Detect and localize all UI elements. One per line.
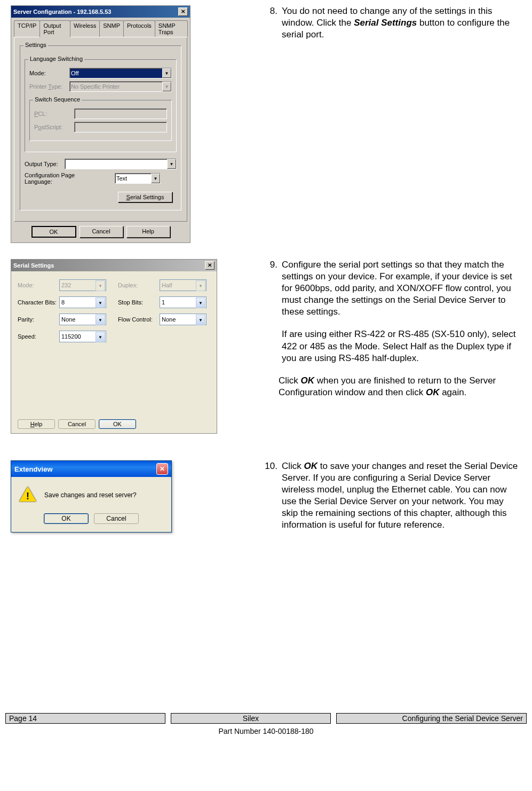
duplex-dropdown: Half ▼ [160,279,207,291]
step-number: 9. [263,259,282,318]
ok-button[interactable]: OK [31,226,76,238]
output-type-dropdown[interactable]: ▼ [65,159,177,169]
flow-control-label: Flow Control: [118,316,160,323]
dialog-message: Save changes and reset server? [44,491,137,499]
step-number: 10. [263,460,282,531]
tab-wireless[interactable]: Wireless [70,20,100,37]
chevron-down-icon[interactable]: ▼ [96,332,105,342]
chevron-down-icon[interactable]: ▼ [196,297,205,308]
step-text: Click OK to save your changes and reset … [282,460,521,531]
mode-dropdown[interactable]: Off ▼ [69,68,172,79]
tab-protocols[interactable]: Protocols [123,20,155,37]
flow-control-dropdown[interactable]: None ▼ [160,314,207,325]
pcl-label: PCL: [34,111,74,117]
chevron-down-icon[interactable]: ▼ [96,315,105,325]
serial-settings-button[interactable]: Serial Settings [118,192,172,202]
parity-dropdown[interactable]: None ▼ [59,314,106,325]
extendview-dialog: Extendview ✕ ! Save changes and reset se… [11,460,172,532]
ok-button[interactable]: OK [99,419,136,429]
switch-seq-fieldset: Switch Sequence PCL: PostScript: [29,100,172,141]
chevron-down-icon[interactable]: ▼ [151,174,160,183]
lang-switch-legend: Language Switching [28,56,84,62]
help-button[interactable]: Help [126,226,170,238]
cancel-button[interactable]: Cancel [80,226,123,238]
chevron-down-icon: ▼ [96,280,105,291]
warning-icon: ! [19,487,36,504]
footer-section-title: Configuring the Serial Device Server [336,713,527,724]
step-9: 9. Configure the serial port settings so… [263,259,521,318]
stop-bits-dropdown[interactable]: 1 ▼ [160,296,207,308]
mode-dropdown: 232 ▼ [59,279,106,291]
switch-seq-legend: Switch Sequence [33,96,82,103]
chevron-down-icon[interactable]: ▼ [196,315,205,325]
tab-strip: TCP/IP Output Port Wireless SNMP Protoco… [14,20,187,37]
footer-page-number: Page 14 [5,713,165,724]
step-9-p2: If are using either RS-422 or RS-485 (SX… [282,328,521,364]
pcl-input [74,108,167,119]
dialog-title: Server Configuration - 192.168.5.53 [13,9,111,15]
server-config-dialog: Server Configuration - 192.168.5.53 ✕ TC… [11,5,190,243]
title-bar: Server Configuration - 192.168.5.53 ✕ [11,6,190,18]
cancel-button[interactable]: Cancel [58,419,96,429]
step-text: Configure the serial port settings so th… [282,259,521,318]
chevron-down-icon[interactable]: ▼ [167,159,176,169]
chevron-down-icon: ▼ [196,280,205,291]
speed-dropdown[interactable]: 115200 ▼ [59,331,106,342]
output-type-label: Output Type: [25,161,65,167]
config-lang-label: Configuration Page Language: [25,172,99,185]
mode-label: Mode: [29,70,69,76]
close-icon[interactable]: ✕ [178,7,188,16]
title-bar: Serial Settings ✕ [11,260,217,271]
chevron-down-icon[interactable]: ▼ [96,297,105,308]
cancel-button[interactable]: Cancel [94,513,139,524]
title-bar: Extendview ✕ [11,461,171,477]
footer-company: Silex [171,713,331,724]
step-8: 8. You do not need to change any of the … [263,5,521,41]
help-button[interactable]: Help [18,419,55,429]
stop-bits-label: Stop Bits: [118,299,160,306]
mode-label: Mode: [18,282,59,288]
step-text: You do not need to change any of the set… [282,5,521,41]
footer-part-number: Part Number 140-00188-180 [5,727,527,735]
page-footer: Page 14 Silex Configuring the Serial Dev… [0,713,532,735]
duplex-label: Duplex: [118,282,160,288]
tab-snmp[interactable]: SNMP [99,20,124,37]
serial-settings-dialog: Serial Settings ✕ Mode: 232 ▼ [11,259,217,434]
close-icon[interactable]: ✕ [205,261,215,270]
char-bits-label: Character Bits: [18,299,59,306]
char-bits-dropdown[interactable]: 8 ▼ [59,296,106,308]
settings-legend: Settings [23,42,48,48]
settings-fieldset: Settings Language Switching Mode: Off ▼ [20,45,181,210]
tab-output-port[interactable]: Output Port [39,20,70,37]
chevron-down-icon[interactable]: ▼ [162,68,171,78]
printer-type-label: Printer Type: [29,83,69,90]
step-9-p3: Click OK when you are finished to return… [279,375,521,398]
printer-type-dropdown: No Specific Printer ▼ [69,81,172,92]
ok-button[interactable]: OK [44,513,89,524]
dialog-title: Serial Settings [13,262,54,269]
step-number: 8. [263,5,282,41]
postscript-label: PostScript: [34,124,74,130]
config-lang-dropdown[interactable]: Text ▼ [115,173,161,184]
chevron-down-icon: ▼ [162,82,171,91]
dialog-title: Extendview [14,465,53,473]
close-icon[interactable]: ✕ [156,463,168,475]
tab-snmp-traps[interactable]: SNMP Traps [155,20,188,37]
step-10: 10. Click OK to save your changes and re… [263,460,521,531]
speed-label: Speed: [18,333,59,340]
postscript-input [74,122,167,132]
parity-label: Parity: [18,316,59,323]
tab-tcpip[interactable]: TCP/IP [14,20,40,37]
lang-switch-fieldset: Language Switching Mode: Off ▼ Prin [25,59,177,152]
